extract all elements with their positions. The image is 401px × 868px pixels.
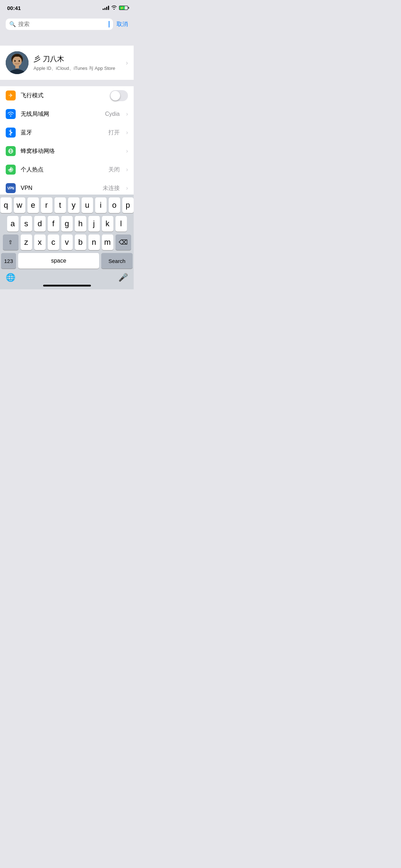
key-a[interactable]: a xyxy=(7,216,19,232)
key-l[interactable]: l xyxy=(115,216,127,232)
keyboard: q w e r t y u i o p a s d f g h j k l ⇧ … xyxy=(0,195,134,289)
bluetooth-label: 蓝牙 xyxy=(21,129,103,136)
vpn-icon: VPN xyxy=(6,183,16,193)
airplane-mode-icon: ✈ xyxy=(6,91,16,100)
globe-icon[interactable]: 🌐 xyxy=(6,273,15,282)
key-m[interactable]: m xyxy=(102,234,113,250)
cellular-icon xyxy=(6,146,16,156)
wifi-value: Cydia xyxy=(105,111,120,117)
shift-key[interactable]: ⇧ xyxy=(3,234,19,250)
key-o[interactable]: o xyxy=(109,197,120,213)
key-n[interactable]: n xyxy=(88,234,100,250)
space-key[interactable]: space xyxy=(18,253,99,269)
key-t[interactable]: t xyxy=(55,197,66,213)
search-key[interactable]: Search xyxy=(101,253,133,269)
key-v[interactable]: v xyxy=(61,234,73,250)
cancel-button[interactable]: 取消 xyxy=(117,21,128,28)
key-d[interactable]: d xyxy=(34,216,46,232)
hotspot-row[interactable]: 个人热点 关闭 › xyxy=(0,160,134,179)
key-y[interactable]: y xyxy=(68,197,79,213)
search-icon: 🔍 xyxy=(9,21,16,27)
keyboard-row-4: 123 space Search xyxy=(1,253,133,269)
key-h[interactable]: h xyxy=(75,216,86,232)
home-indicator xyxy=(43,285,91,286)
spacer-middle xyxy=(0,80,134,86)
key-p[interactable]: p xyxy=(122,197,134,213)
wifi-status-icon xyxy=(111,5,117,11)
key-z[interactable]: z xyxy=(21,234,32,250)
profile-chevron-icon: › xyxy=(126,59,128,67)
wifi-icon xyxy=(6,109,16,119)
hotspot-icon xyxy=(6,165,16,175)
airplane-mode-label: 飞行模式 xyxy=(21,92,105,99)
bluetooth-chevron-icon: › xyxy=(126,129,128,136)
status-icons: ⚡ xyxy=(103,5,128,11)
svg-point-4 xyxy=(14,60,16,62)
status-time: 00:41 xyxy=(7,5,21,11)
key-f[interactable]: f xyxy=(48,216,59,232)
key-c[interactable]: c xyxy=(48,234,59,250)
wifi-row[interactable]: 无线局域网 Cydia › xyxy=(0,105,134,123)
key-k[interactable]: k xyxy=(102,216,113,232)
status-bar: 00:41 ⚡ xyxy=(0,0,134,16)
airplane-mode-row[interactable]: ✈ 飞行模式 xyxy=(0,86,134,105)
svg-point-2 xyxy=(12,56,22,66)
vpn-chevron-icon: › xyxy=(126,185,128,191)
key-x[interactable]: x xyxy=(34,234,46,250)
hotspot-label: 个人热点 xyxy=(21,166,103,174)
search-input-wrapper[interactable]: 🔍 xyxy=(6,19,113,30)
spacer-top xyxy=(0,33,134,46)
profile-info: 彡 刀八木 Apple ID、iCloud、iTunes 与 App Store xyxy=(34,54,121,72)
profile-subtitle: Apple ID、iCloud、iTunes 与 App Store xyxy=(34,65,121,72)
keyboard-row-1: q w e r t y u i o p xyxy=(1,197,133,213)
wifi-chevron-icon: › xyxy=(126,111,128,117)
key-b[interactable]: b xyxy=(75,234,86,250)
settings-content: 彡 刀八木 Apple ID、iCloud、iTunes 与 App Store… xyxy=(0,33,134,197)
key-u[interactable]: u xyxy=(82,197,93,213)
avatar xyxy=(6,51,29,74)
search-input[interactable] xyxy=(18,21,107,27)
key-w[interactable]: w xyxy=(14,197,25,213)
wifi-label: 无线局域网 xyxy=(21,110,100,118)
cellular-label: 蜂窝移动网络 xyxy=(21,148,120,155)
search-bar-container: 🔍 取消 xyxy=(0,16,134,33)
battery-icon: ⚡ xyxy=(119,6,128,10)
bluetooth-row[interactable]: 蓝牙 打开 › xyxy=(0,123,134,142)
key-r[interactable]: r xyxy=(41,197,52,213)
airplane-mode-toggle[interactable] xyxy=(110,90,128,101)
bluetooth-icon xyxy=(6,128,16,138)
key-s[interactable]: s xyxy=(21,216,32,232)
keyboard-row-3: ⇧ z x c v b n m ⌫ xyxy=(1,234,133,250)
hotspot-chevron-icon: › xyxy=(126,166,128,173)
svg-rect-3 xyxy=(15,66,19,68)
cellular-row[interactable]: 蜂窝移动网络 › xyxy=(0,142,134,160)
numbers-key[interactable]: 123 xyxy=(1,253,16,269)
hotspot-value: 关闭 xyxy=(108,166,120,174)
key-g[interactable]: g xyxy=(61,216,73,232)
profile-name: 彡 刀八木 xyxy=(34,54,121,64)
svg-point-5 xyxy=(19,60,20,62)
delete-key[interactable]: ⌫ xyxy=(115,234,131,250)
keyboard-row-2: a s d f g h j k l xyxy=(1,216,133,232)
signal-icon xyxy=(103,6,109,10)
vpn-value: 未连接 xyxy=(103,185,120,192)
key-q[interactable]: q xyxy=(0,197,12,213)
key-e[interactable]: e xyxy=(27,197,39,213)
microphone-icon[interactable]: 🎤 xyxy=(118,273,128,282)
key-i[interactable]: i xyxy=(95,197,107,213)
profile-section[interactable]: 彡 刀八木 Apple ID、iCloud、iTunes 与 App Store… xyxy=(0,46,134,80)
cellular-chevron-icon: › xyxy=(126,148,128,154)
bluetooth-value: 打开 xyxy=(108,129,120,136)
key-j[interactable]: j xyxy=(88,216,100,232)
settings-group: ✈ 飞行模式 无线局域网 Cydia › xyxy=(0,86,134,197)
search-cursor xyxy=(109,21,109,27)
vpn-label: VPN xyxy=(21,185,98,191)
